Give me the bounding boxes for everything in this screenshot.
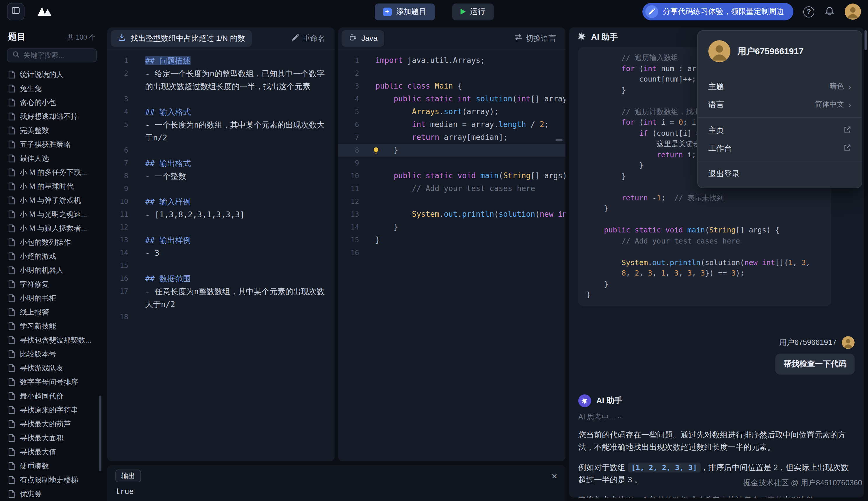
sidebar-item[interactable]: 我好想逃却逃不掉 [0, 109, 104, 124]
promo-banner[interactable]: 分享代码练习体验，领限量定制周边 [642, 3, 793, 20]
code-line[interactable]: } [586, 279, 823, 289]
code-line[interactable] [586, 214, 823, 225]
code-line[interactable]: 11 // Add your test cases here [338, 182, 565, 195]
sidebar-item[interactable]: 小 M 的多任务下载... [0, 166, 104, 179]
code-line[interactable]: } [586, 203, 823, 214]
app-logo[interactable] [33, 3, 55, 20]
search-input[interactable] [23, 51, 92, 60]
sidebar-item[interactable]: 贪心的小包 [0, 96, 104, 109]
code-editor[interactable]: 1import java.util.Arrays;23public class … [338, 50, 565, 259]
sidebar-toggle-button[interactable] [7, 3, 24, 20]
markdown-line[interactable]: 17- 任意长度为n整数数组，其中某个元素的出现次数大于n/2 [107, 285, 335, 310]
add-problem-button[interactable]: + 添加题目 [375, 3, 435, 20]
rename-button[interactable]: 重命名 [292, 33, 325, 43]
code-line[interactable]: 6 int median = array.length / 2; [338, 118, 565, 131]
menu-item-workspace[interactable]: 工作台 [698, 139, 861, 157]
lightbulb-icon[interactable] [372, 146, 380, 154]
output-tab[interactable]: 输出 [115, 470, 141, 482]
close-output-icon[interactable]: × [552, 471, 557, 481]
code-line[interactable] [586, 246, 823, 257]
code-line[interactable]: public static void main(String[] args) { [586, 225, 823, 236]
sidebar-item[interactable]: 硬币凑数 [0, 459, 104, 473]
sidebar-item[interactable]: 五子棋获胜策略 [0, 138, 104, 151]
code-line[interactable]: 13 System.out.println(solution(new int[]… [338, 208, 565, 221]
code-line[interactable]: // Add your test cases here [586, 236, 823, 246]
sidebar-item[interactable]: 小 M 与光明之魂速... [0, 207, 104, 221]
sidebar-item[interactable]: 寻找包含斐波那契数... [0, 333, 104, 347]
notification-button[interactable] [824, 5, 835, 18]
sidebar-item[interactable]: 小包的数列操作 [0, 235, 104, 249]
code-line[interactable]: 12 [338, 195, 565, 208]
code-line[interactable]: 8, 2, 3, 1, 3, 3, 3}) == 3); [586, 268, 823, 279]
sidebar-item[interactable]: 寻找最大的葫芦 [0, 417, 104, 431]
editor-scrollbar[interactable] [556, 139, 563, 141]
sidebar-item[interactable]: 小 M 与狼人拯救者... [0, 221, 104, 235]
markdown-line[interactable]: 15 [107, 259, 335, 272]
markdown-line[interactable]: 2- 给定一个长度为n的整型数组，已知其中一个数字的出现次数超过数组长度的一半，… [107, 67, 335, 93]
markdown-line[interactable]: 1## 问题描述 [107, 54, 335, 67]
markdown-line[interactable]: 7## 输出格式 [107, 157, 335, 170]
sidebar-item[interactable]: 小 M 与弹子游戏机 [0, 193, 104, 207]
sidebar-item[interactable]: 最小趋同代价 [0, 389, 104, 403]
markdown-line[interactable]: 18 [107, 310, 335, 323]
code-line[interactable]: 2 [338, 67, 565, 80]
sidebar-item[interactable]: 统计说谎的人 [0, 67, 104, 82]
markdown-line[interactable]: 4## 输入格式 [107, 105, 335, 118]
sidebar-item[interactable]: 最佳人选 [0, 151, 104, 166]
markdown-line[interactable]: 8- 一个整数 [107, 170, 335, 182]
problem-title-chip[interactable]: 找出整型数组中占比超过 1/N 的数 [111, 30, 252, 46]
sidebar-item[interactable]: 优惠券 [0, 487, 104, 501]
search-box[interactable] [7, 49, 97, 62]
markdown-line[interactable]: 9 [107, 182, 335, 195]
code-line[interactable]: 10 public static void main(String[] args… [338, 170, 565, 182]
code-line[interactable]: return -1; // 表示未找到 [586, 193, 823, 203]
user-avatar-button[interactable] [845, 3, 861, 20]
sidebar-item[interactable]: 小明的机器人 [0, 263, 104, 277]
code-line[interactable]: 9 [338, 157, 565, 170]
code-line[interactable]: 16 [338, 246, 565, 259]
sidebar-item[interactable]: 学习新技能 [0, 319, 104, 333]
markdown-editor[interactable]: 1## 问题描述2- 给定一个长度为n的整型数组，已知其中一个数字的出现次数超过… [107, 50, 335, 323]
sidebar-item[interactable]: 寻找最大面积 [0, 431, 104, 445]
menu-item-logout[interactable]: 退出登录 [698, 165, 861, 183]
sidebar-item[interactable]: 寻找最大值 [0, 445, 104, 459]
markdown-line[interactable]: 5- 一个长度为n的数组，其中某个元素的出现次数大于n/2 [107, 118, 335, 144]
code-line[interactable]: } [586, 289, 823, 300]
page-scrollbar[interactable] [865, 30, 867, 50]
markdown-line[interactable]: 13## 输出样例 [107, 234, 335, 246]
sidebar-item[interactable]: 完美整数 [0, 124, 104, 138]
switch-language-button[interactable]: 切换语言 [514, 33, 556, 43]
help-button[interactable]: ? [803, 6, 814, 17]
markdown-line[interactable]: 16## 数据范围 [107, 272, 335, 285]
language-chip[interactable]: Java [342, 30, 385, 46]
markdown-line[interactable]: 6 [107, 144, 335, 157]
code-line[interactable]: 14 } [338, 221, 565, 234]
sidebar-item[interactable]: 小 M 的星球时代 [0, 179, 104, 193]
markdown-line[interactable]: 3 [107, 93, 335, 105]
code-line[interactable]: 5 Arrays.sort(array); [338, 105, 565, 118]
markdown-line[interactable]: 10## 输入样例 [107, 195, 335, 208]
sidebar-item[interactable]: 小超的游戏 [0, 249, 104, 263]
code-line[interactable]: 4 public static int solution(int[] array… [338, 93, 565, 105]
markdown-line[interactable]: 14- 3 [107, 246, 335, 259]
sidebar-item[interactable]: 寻找游戏队友 [0, 361, 104, 375]
run-button[interactable]: 运行 [452, 3, 493, 20]
code-line[interactable]: 1import java.util.Arrays; [338, 54, 565, 67]
menu-item-theme[interactable]: 主题 暗色› [698, 77, 861, 96]
sidebar-item[interactable]: 有点限制地走楼梯 [0, 473, 104, 487]
sidebar-item[interactable]: 比较版本号 [0, 347, 104, 361]
sidebar-item[interactable]: 线上报警 [0, 305, 104, 319]
sidebar-item[interactable]: 字符修复 [0, 277, 104, 291]
markdown-line[interactable]: 12 [107, 221, 335, 234]
code-line[interactable]: 3public class Main { [338, 80, 565, 93]
sidebar-item[interactable]: 寻找原来的字符串 [0, 403, 104, 417]
code-line[interactable]: 7 return array[median]; [338, 131, 565, 144]
code-line[interactable]: 8 } [338, 144, 565, 157]
menu-item-language[interactable]: 语言 简体中文› [698, 96, 861, 114]
markdown-line[interactable]: 11- [1,3,8,2,3,1,3,3,3] [107, 208, 335, 221]
sidebar-scrollbar[interactable] [99, 396, 102, 471]
sidebar-item[interactable]: 小明的书柜 [0, 291, 104, 305]
menu-item-home[interactable]: 主页 [698, 121, 861, 139]
sidebar-item[interactable]: 兔生兔 [0, 82, 104, 96]
code-line[interactable]: System.out.println(solution(new int[]{1,… [586, 257, 823, 268]
